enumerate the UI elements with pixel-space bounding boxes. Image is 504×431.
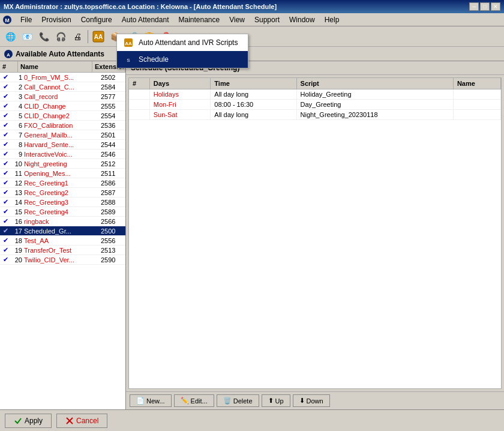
checkbox-icon: ✔ (0, 227, 11, 235)
row-num (129, 89, 149, 100)
table-row[interactable]: Sun-Sat All day long Night_Greeting_2023… (129, 110, 501, 120)
apply-icon (14, 417, 22, 425)
list-item[interactable]: ✔ 1 0_From_VM_S... 2502 (0, 73, 125, 82)
minimize-button[interactable]: ─ (469, 2, 479, 11)
bottom-bar: Apply Cancel (0, 409, 504, 431)
row-ext: 2546 (98, 151, 125, 158)
menu-help[interactable]: Help (320, 14, 344, 25)
toolbar-aa-icon[interactable]: AA (91, 29, 106, 44)
row-number: 3 (11, 93, 24, 100)
row-ext: 2554 (98, 112, 125, 119)
checkbox-icon: ✔ (0, 169, 11, 177)
svg-text:A: A (7, 52, 10, 58)
row-days: Mon-Fri (149, 100, 211, 110)
svg-text:M: M (5, 17, 10, 23)
col-days: Days (149, 78, 211, 89)
schedule-action-delete[interactable]: 🗑️Delete (217, 394, 259, 407)
list-item[interactable]: ✔ 17 Scheduled_Gr... 2500 (0, 226, 125, 236)
menu-file[interactable]: File (16, 14, 37, 25)
dropdown-icon-1: S (123, 54, 134, 65)
checkbox-icon: ✔ (0, 237, 11, 244)
list-item[interactable]: ✔ 11 Opening_Mes... 2511 (0, 169, 125, 178)
row-name: Rec_Greeting4 (24, 208, 98, 216)
list-item[interactable]: ✔ 13 Rec_Greeting2 2587 (0, 188, 125, 197)
row-name: Call_record (24, 93, 98, 100)
list-item[interactable]: ✔ 7 General_Mailb... 2501 (0, 130, 125, 140)
list-item[interactable]: ✔ 8 Harvard_Sente... 2544 (0, 140, 125, 149)
row-script: Night_Greeting_20230118 (296, 110, 453, 120)
menu-support[interactable]: Support (250, 14, 284, 25)
list-item[interactable]: ✔ 12 Rec_Greeting1 2586 (0, 178, 125, 188)
list-item[interactable]: ✔ 2 Call_Cannot_C... 2584 (0, 82, 125, 92)
menu-view[interactable]: View (224, 14, 250, 25)
schedule-action-new[interactable]: 📄New... (130, 394, 172, 407)
row-ext: 2511 (98, 170, 125, 177)
checkbox-icon: ✔ (0, 188, 11, 196)
row-name: Call_Cannot_C... (24, 83, 98, 91)
svg-text:AA: AA (94, 34, 103, 40)
list-item[interactable]: ✔ 4 CLID_Change 2555 (0, 101, 125, 111)
list-item[interactable]: ✔ 15 Rec_Greeting4 2589 (0, 207, 125, 217)
list-item[interactable]: ✔ 19 TransferOr_Test 2513 (0, 246, 125, 255)
list-item[interactable]: ✔ 6 FXO_Calibration 2536 (0, 121, 125, 130)
list-item[interactable]: ✔ 16 ringback 2566 (0, 217, 125, 226)
maximize-button[interactable]: □ (480, 2, 490, 11)
dropdown-label-0: Auto Attendant and IVR Scripts (139, 38, 238, 47)
col-header-num: # (0, 61, 18, 72)
menu-auto-attendant[interactable]: Auto Attendant (117, 14, 174, 25)
row-ext: 2589 (98, 208, 125, 216)
apply-button[interactable]: Apply (5, 414, 52, 428)
checkbox-icon: ✔ (0, 83, 11, 91)
cancel-button[interactable]: Cancel (56, 414, 107, 428)
col-time: Time (211, 78, 296, 89)
toolbar-phone[interactable]: 📞 (36, 29, 52, 44)
title-text: MX Administrator : zultys.topsoffice.ca … (4, 3, 277, 10)
schedule-action-up[interactable]: ⬆Up (262, 394, 290, 407)
row-ext: 2566 (98, 218, 125, 225)
row-number: 9 (11, 151, 24, 158)
list-item[interactable]: ✔ 9 InteractiveVoic... 2546 (0, 149, 125, 159)
schedule-action-down[interactable]: ⬇Down (293, 394, 330, 407)
aa-header-bar: A Available Auto Attendants (0, 47, 504, 61)
toolbar-envelope[interactable]: 📧 (19, 29, 35, 44)
row-name: General_Mailb... (24, 131, 98, 139)
row-ext: 2587 (98, 189, 125, 196)
menu-window[interactable]: Window (284, 14, 320, 25)
row-number: 2 (11, 83, 24, 91)
row-name (453, 100, 500, 110)
row-number: 6 (11, 122, 24, 129)
schedule-action-edit[interactable]: ✏️Edit... (174, 394, 214, 407)
col-name: Name (453, 78, 500, 89)
left-panel-header: # Name Extension (0, 61, 125, 73)
aa-header-icon: A (4, 49, 13, 59)
close-button[interactable]: ✕ (491, 2, 500, 11)
row-number: 16 (11, 218, 24, 225)
dropdown-item-0[interactable]: AAAuto Attendant and IVR Scripts (117, 34, 248, 51)
toolbar-print[interactable]: 🖨 (70, 29, 85, 44)
left-panel: # Name Extension ✔ 1 0_From_VM_S... 2502… (0, 61, 126, 409)
row-ext: 2513 (98, 247, 125, 254)
table-row[interactable]: Holidays All day long Holiday_Greeting (129, 89, 501, 100)
dropdown-item-1[interactable]: SSchedule (117, 51, 248, 68)
col-script: Script (296, 78, 453, 89)
list-item[interactable]: ✔ 5 CLID_Change2 2554 (0, 111, 125, 121)
row-time: All day long (211, 110, 296, 120)
table-row[interactable]: Mon-Fri 08:00 - 16:30 Day_Greeting (129, 100, 501, 110)
list-item[interactable]: ✔ 3 Call_record 2577 (0, 92, 125, 101)
toolbar-headset[interactable]: 🎧 (53, 29, 68, 44)
checkbox-icon: ✔ (0, 256, 11, 264)
list-item[interactable]: ✔ 14 Rec_Greeting3 2588 (0, 197, 125, 207)
row-name: Harvard_Sente... (24, 141, 98, 148)
list-item[interactable]: ✔ 18 Test_AA 2556 (0, 236, 125, 246)
row-name: TransferOr_Test (24, 247, 98, 254)
menu-configure[interactable]: Configure (76, 14, 117, 25)
row-number: 8 (11, 141, 24, 148)
toolbar-globe[interactable]: 🌐 (2, 29, 18, 44)
checkbox-icon: ✔ (0, 131, 11, 139)
list-item[interactable]: ✔ 10 Night_greeting 2512 (0, 159, 125, 169)
row-ext: 2586 (98, 179, 125, 187)
list-item[interactable]: ✔ 20 Twilio_CID_Ver... 2590 (0, 255, 125, 265)
menu-provision[interactable]: Provision (37, 14, 76, 25)
row-ext: 2584 (98, 83, 125, 91)
menu-maintenance[interactable]: Maintenance (173, 14, 224, 25)
